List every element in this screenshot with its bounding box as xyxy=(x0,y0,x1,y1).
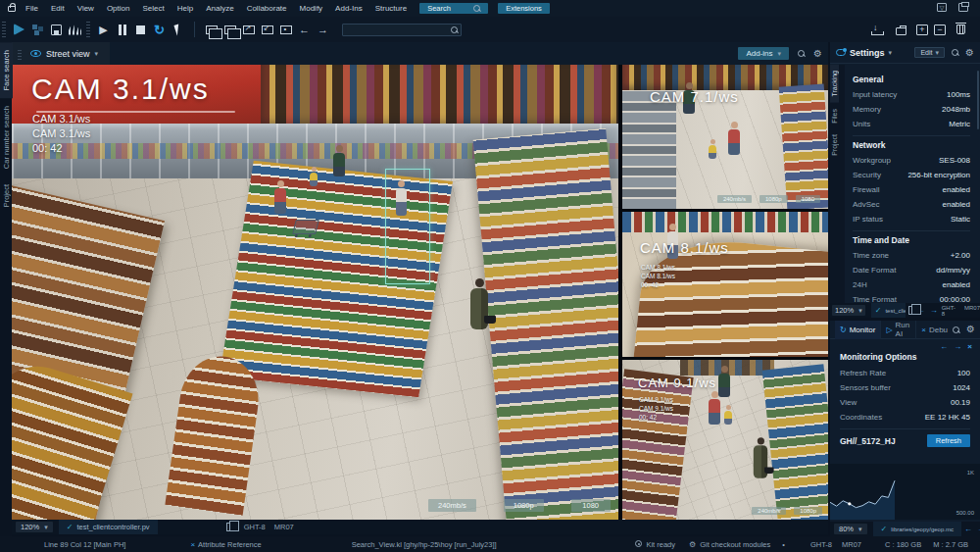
rail-tab-project[interactable]: Project xyxy=(0,176,13,215)
cursor-position[interactable]: Line 89 Col 12 [Main PH] xyxy=(44,540,125,549)
menu-select[interactable]: Select xyxy=(142,4,164,13)
view-selector[interactable]: Street view ▾ xyxy=(12,42,110,65)
attribute-reference[interactable]: ×Attribute Reference xyxy=(190,540,261,549)
menu-dot[interactable]: • xyxy=(782,540,785,549)
new-window-icon[interactable] xyxy=(203,22,220,38)
back-button[interactable]: ← xyxy=(296,22,313,38)
tab-files[interactable]: Files xyxy=(830,103,839,129)
nav-forward-icon[interactable]: → xyxy=(954,342,961,351)
quality-badge: 1080 xyxy=(796,195,820,203)
copy-icon[interactable] xyxy=(226,523,234,531)
menu-modify[interactable]: Modify xyxy=(300,4,323,13)
notification-badge-icon[interactable]: ▽ xyxy=(937,3,947,12)
copy-icon[interactable] xyxy=(908,306,912,315)
tab-debug[interactable]: × Debu xyxy=(916,321,953,339)
drag-handle[interactable] xyxy=(2,22,6,37)
menu-analyze[interactable]: Analyze xyxy=(206,4,233,13)
menu-option[interactable]: Option xyxy=(107,4,130,13)
menu-edit[interactable]: Edit xyxy=(51,4,65,13)
nav-back-icon[interactable]: ← xyxy=(964,525,972,533)
trash-icon[interactable] xyxy=(953,22,969,38)
grid-tool-icon[interactable] xyxy=(29,22,46,38)
tab-project[interactable]: Project xyxy=(830,128,839,162)
view-search-icon[interactable] xyxy=(798,50,805,57)
file-tab[interactable]: ✓ test_clientcontroller.pv xyxy=(871,303,906,318)
resolution-badge: 1080p xyxy=(760,195,788,203)
file-tab[interactable]: ✓ test_clientcontroller.pv xyxy=(59,520,158,534)
camera-feed-7[interactable]: CAM 7.1/ws 240mb/s 1080p 1080 xyxy=(622,65,828,209)
camera-feed-main[interactable]: CAM 3.1/ws CAM 3.1/ws CAM 3.1/ws 00: 42 … xyxy=(12,65,618,520)
rail-tab-face-search[interactable]: Face search xyxy=(0,42,13,98)
briefcase-icon[interactable] xyxy=(893,22,909,38)
address-input[interactable] xyxy=(342,24,462,36)
section-heading: General xyxy=(853,75,970,84)
settings-gear-icon[interactable]: ⚙ xyxy=(965,48,974,58)
layout-windows-icon[interactable] xyxy=(958,3,968,12)
shape-tool-icon[interactable] xyxy=(11,22,27,38)
tab-monitor[interactable]: ↻ Monitor xyxy=(835,321,881,339)
cam-line: CAM 8.1/ws xyxy=(641,272,675,280)
close-icon[interactable]: × xyxy=(967,342,972,351)
camera-feed-9[interactable]: CAM 9.1/ws CAM 9.1/ws CAM 9.1/ws 00: 42 … xyxy=(622,360,828,520)
file-tab-label: test_clientcontroller.pv xyxy=(76,523,149,531)
build-tag: MR07 xyxy=(842,540,861,549)
search-button[interactable]: Search xyxy=(419,3,488,14)
resolution-badge: 1080p xyxy=(794,507,822,515)
git-status[interactable]: ⚙Git checkout modules xyxy=(689,540,770,549)
menu-structure[interactable]: Structure xyxy=(375,4,407,13)
file-info: Search_View.kl [ghy/hp-25\hoy [run_July2… xyxy=(352,540,497,549)
addins-button[interactable]: Add-ins ▾ xyxy=(738,47,789,60)
refresh-button[interactable]: Refresh xyxy=(927,434,970,447)
viewport-status-strip: 120% ▾ ✓ test_clientcontroller.pv GHT-8 … xyxy=(12,520,828,534)
save-icon[interactable] xyxy=(48,22,65,38)
rail-tab-car-number-search[interactable]: Car number search xyxy=(0,98,13,176)
child-shopper xyxy=(709,139,716,159)
right-panel-column: Settings ▾ Edit ▾ ⚙ Tracking Files Proje… xyxy=(830,42,980,536)
monitor-gear-icon[interactable]: ⚙ xyxy=(966,325,975,334)
snapshot-icon[interactable] xyxy=(277,22,294,38)
process-id: GH//_5172_HJ xyxy=(840,436,896,446)
remove-item-button[interactable]: − xyxy=(934,25,946,35)
cam-line: CAM 9.1/ws xyxy=(639,395,673,404)
zoom-dropdown[interactable]: 80% ▾ xyxy=(834,524,867,534)
add-item-button[interactable]: + xyxy=(916,25,928,35)
menu-collaborate[interactable]: Collaborate xyxy=(247,4,287,13)
nav-forward-icon[interactable]: → xyxy=(930,306,938,315)
kit-status[interactable]: Kit ready xyxy=(635,540,675,549)
download-icon[interactable] xyxy=(868,22,885,38)
monitor-body: Monitoring Options Refresh Rate100 Senso… xyxy=(830,352,980,447)
monitor-search-icon[interactable] xyxy=(953,326,959,333)
camera-feed-8[interactable]: CAM 8.1/ws CAM 8.1/ws CAM 8.1/ws 00: 42 xyxy=(622,212,828,357)
menu-file[interactable]: File xyxy=(25,4,38,13)
loop-button[interactable]: ↻ xyxy=(151,22,168,38)
view-gear-icon[interactable]: ⚙ xyxy=(813,49,822,59)
drag-handle xyxy=(18,48,22,60)
tab-tracking[interactable]: Tracking xyxy=(830,65,839,103)
menu-help[interactable]: Help xyxy=(177,4,193,13)
zoom-dropdown[interactable]: 120% ▾ xyxy=(16,522,53,532)
cam-line: CAM 8.1/ws xyxy=(641,263,675,272)
drag-handle[interactable] xyxy=(86,22,90,37)
zoom-dropdown[interactable]: 120% ▾ xyxy=(832,305,865,316)
menu-addins[interactable]: Add-Ins xyxy=(335,4,363,13)
pause-button[interactable] xyxy=(114,22,130,38)
scrollbar[interactable] xyxy=(977,71,979,129)
waveform-icon[interactable] xyxy=(67,22,83,38)
tab-run-ai[interactable]: ▷ Run AI xyxy=(881,321,916,339)
stop-button[interactable] xyxy=(132,22,149,38)
section-heading: Network xyxy=(853,140,970,150)
build-tag: GHT-8 xyxy=(244,523,266,531)
tab-label: Run AI xyxy=(896,321,911,338)
edit-button[interactable]: Edit ▾ xyxy=(914,47,945,58)
nav-back-icon[interactable]: ← xyxy=(940,342,948,351)
menu-view[interactable]: View xyxy=(77,4,94,13)
settings-search-icon[interactable] xyxy=(952,49,958,56)
forward-button[interactable]: → xyxy=(315,22,331,38)
play-button[interactable]: ▶ xyxy=(95,22,112,38)
file-tab[interactable]: ✓ libraries/geopy/geop.mc xyxy=(873,522,961,536)
import-icon[interactable] xyxy=(259,22,275,38)
extensions-button[interactable]: Extensions xyxy=(498,3,550,14)
duplicate-window-icon[interactable] xyxy=(221,22,238,38)
export-icon[interactable] xyxy=(240,22,257,38)
cursor-tool-icon[interactable] xyxy=(170,22,186,38)
